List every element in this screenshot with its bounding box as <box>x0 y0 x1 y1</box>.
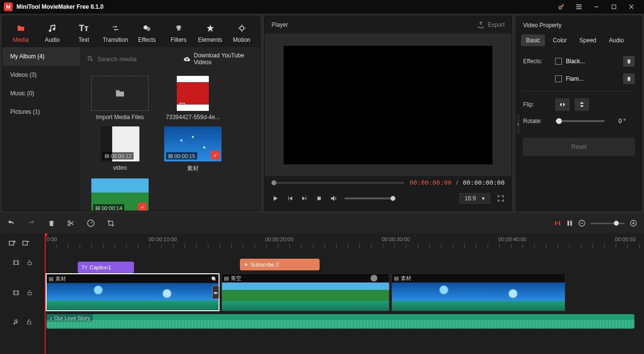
download-youtube-button[interactable]: Download YouTube Videos <box>183 52 253 66</box>
media-item[interactable]: ▤00:00:12 video <box>86 126 154 176</box>
track-audio[interactable]: ♪Our Love Story <box>45 313 644 331</box>
upgrade-key-icon[interactable] <box>553 0 570 14</box>
add-track-icon[interactable] <box>8 239 17 247</box>
sidebar-item-pictures[interactable]: Pictures (1) <box>2 103 80 121</box>
svg-point-12 <box>68 221 70 223</box>
remove-track-icon[interactable] <box>21 239 30 247</box>
effect-item[interactable]: Flam... <box>555 75 618 82</box>
tab-effects[interactable]: Effects <box>132 19 162 47</box>
playhead[interactable] <box>45 233 46 354</box>
track-video[interactable]: ▤素材 ◂▸ ▤青空 ▤素材 <box>45 272 644 313</box>
titlebar: M MiniTool MovieMaker Free 8.1.0 <box>0 0 644 14</box>
zoom-in-button[interactable] <box>629 219 637 227</box>
tab-text[interactable]: Tт Text <box>68 19 99 47</box>
film-strip-icon[interactable] <box>12 289 20 296</box>
export-button[interactable]: Export <box>477 21 505 29</box>
download-youtube-label: Download YouTube Videos <box>194 52 253 66</box>
search-input[interactable] <box>98 55 179 63</box>
timeline-toolbar <box>0 213 644 233</box>
stop-button[interactable] <box>315 195 323 202</box>
crop-button[interactable] <box>107 219 115 227</box>
prop-tab-color[interactable]: Color <box>548 35 572 46</box>
clip-trim-handle[interactable]: ◂▸ <box>212 285 219 299</box>
media-sidebar: My Album (4) Videos (3) Music (0) Pictur… <box>2 47 80 211</box>
collapse-handle-icon[interactable]: › <box>516 113 521 135</box>
tab-media[interactable]: Media <box>5 19 36 47</box>
delete-effect-button[interactable] <box>623 73 635 84</box>
film-strip-icon[interactable] <box>12 259 20 266</box>
reset-button[interactable]: Reset <box>523 138 635 156</box>
tab-filters[interactable]: Filters <box>163 19 194 47</box>
timeline-fit-icon[interactable] <box>554 220 561 227</box>
next-frame-button[interactable] <box>301 195 308 202</box>
check-icon: ✓ <box>138 203 147 211</box>
svg-rect-25 <box>27 322 31 324</box>
film-icon: ▤ <box>95 205 100 211</box>
volume-icon[interactable] <box>330 195 338 202</box>
transition-icon <box>111 23 120 34</box>
tab-motion[interactable]: Motion <box>226 19 257 47</box>
tab-elements-label: Elements <box>198 36 222 43</box>
effects-icon <box>142 23 152 34</box>
svg-rect-23 <box>13 291 18 295</box>
fullscreen-icon[interactable] <box>497 195 505 202</box>
music-note-icon[interactable] <box>13 319 19 325</box>
media-grid: Import Media Files 73394427-559d-4e... ▤… <box>80 71 260 211</box>
window-minimize-icon[interactable] <box>588 0 605 14</box>
window-close-icon[interactable] <box>623 0 640 14</box>
tab-elements[interactable]: Elements <box>195 19 225 47</box>
import-media-tile[interactable]: Import Media Files <box>86 76 154 124</box>
transition-marker-icon[interactable] <box>371 275 377 282</box>
tab-transition[interactable]: Transition <box>100 19 131 47</box>
delete-effect-button[interactable] <box>623 56 635 67</box>
aspect-ratio-select[interactable]: 16:9 ▾ <box>459 193 490 204</box>
media-item[interactable]: ▤00:00:15 ✓ 素材 <box>159 126 227 176</box>
tab-audio-label: Audio <box>45 36 60 43</box>
volume-slider[interactable] <box>344 197 393 199</box>
play-button[interactable] <box>271 195 279 202</box>
video-clip[interactable]: ▤素材 <box>391 273 565 311</box>
element-clip[interactable]: ✦ Subscribe 2 <box>240 259 320 270</box>
rotate-slider[interactable] <box>555 120 605 122</box>
timeline-marker-icon[interactable] <box>566 220 573 227</box>
media-item-label: 素材 <box>159 164 227 173</box>
zoom-out-button[interactable] <box>578 219 586 227</box>
flip-horizontal-button[interactable] <box>555 98 570 111</box>
tab-audio[interactable]: Audio <box>37 19 68 47</box>
hamburger-menu-icon[interactable] <box>570 0 588 14</box>
video-preview[interactable] <box>284 46 492 164</box>
prev-frame-button[interactable] <box>286 195 294 202</box>
time-ruler[interactable]: 0:00 00:00:10:00 00:00:20:00 00:00:30:00… <box>45 233 644 253</box>
flip-vertical-button[interactable] <box>575 98 589 111</box>
split-button[interactable] <box>67 219 75 227</box>
tab-filters-label: Filters <box>170 36 186 43</box>
audio-clip[interactable]: ♪Our Love Story <box>47 314 634 329</box>
caption-clip-label: Caption1 <box>90 265 111 270</box>
text-icon: Tт <box>79 23 89 34</box>
video-clip[interactable]: ▤青空 <box>221 273 390 311</box>
sidebar-item-videos[interactable]: Videos (3) <box>2 66 80 84</box>
sidebar-item-myalbum[interactable]: My Album (4) <box>2 47 80 66</box>
delete-button[interactable] <box>48 219 55 227</box>
window-maximize-icon[interactable] <box>605 0 623 14</box>
caption-clip[interactable]: Tт Caption1 <box>78 262 134 273</box>
redo-button[interactable] <box>27 219 36 227</box>
video-clip[interactable]: ▤素材 ◂▸ <box>46 273 220 311</box>
scrub-bar[interactable] <box>271 182 405 184</box>
media-item[interactable]: 73394427-559d-4e... <box>159 76 227 124</box>
sidebar-item-music[interactable]: Music (0) <box>2 84 80 103</box>
zoom-slider[interactable] <box>591 223 625 224</box>
trackhead-ruler <box>0 233 44 253</box>
prop-tab-speed[interactable]: Speed <box>575 35 601 46</box>
lock-icon[interactable] <box>26 319 32 325</box>
speed-button[interactable] <box>86 219 95 228</box>
prop-tab-basic[interactable]: Basic <box>521 35 545 46</box>
lock-icon[interactable] <box>27 259 33 266</box>
prop-tab-audio[interactable]: Audio <box>604 35 629 46</box>
undo-button[interactable] <box>7 219 16 227</box>
svg-rect-22 <box>28 263 31 265</box>
track-text[interactable]: Tт Caption1 ✦ Subscribe 2 <box>45 253 644 272</box>
lock-icon[interactable] <box>27 289 33 296</box>
effect-item[interactable]: Black... <box>555 58 618 65</box>
media-item[interactable]: ▤00:00:14 ✓ <box>86 178 154 211</box>
